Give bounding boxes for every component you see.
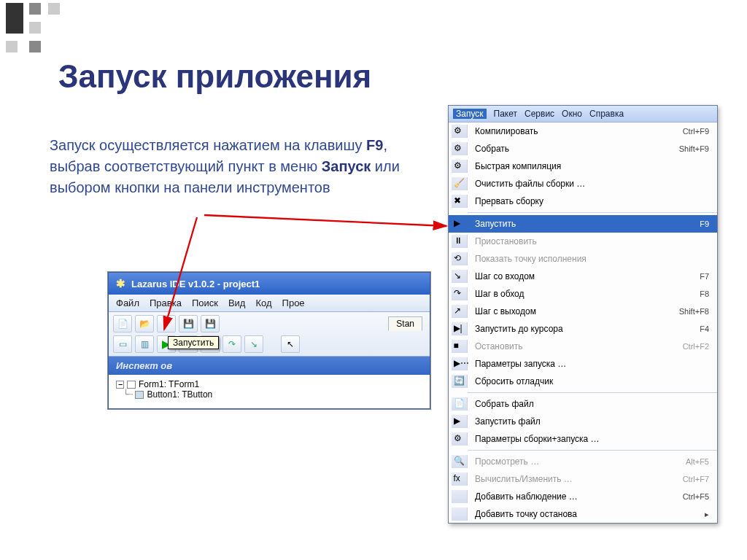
lazarus-title-text: Lazarus IDE v1.0.2 - project1 bbox=[131, 279, 260, 289]
menu-item-icon: ▶⋯ bbox=[452, 357, 468, 370]
menu-item-icon: ⟲ bbox=[452, 252, 468, 265]
menu-item-icon bbox=[452, 508, 468, 521]
menutop-запуск[interactable]: Запуск bbox=[453, 109, 487, 119]
menu-item-label: Быстрая компиляция bbox=[472, 161, 705, 171]
tb-newunit-icon[interactable]: 📄 bbox=[113, 315, 132, 332]
palette-tab-standard[interactable]: Stan bbox=[388, 316, 422, 331]
menu-item-icon: ↗ bbox=[452, 305, 468, 318]
menu-item[interactable]: Добавить точку останова▸ bbox=[449, 505, 717, 523]
menu-item-label: Прервать сборку bbox=[472, 196, 705, 206]
menu-item[interactable]: ⚙КомпилироватьCtrl+F9 bbox=[449, 122, 717, 140]
menu-item[interactable]: 🔄Сбросить отладчик bbox=[449, 373, 717, 390]
menu-item[interactable]: ▶ЗапуститьF9 bbox=[449, 215, 717, 233]
object-tree[interactable]: ‒ Form1: TForm1 └┈ Button1: TButton bbox=[109, 375, 430, 408]
menu-item-label: Шаг с выходом bbox=[472, 306, 675, 316]
run-menu-list[interactable]: ⚙КомпилироватьCtrl+F9⚙СобратьShift+F9⚙Бы… bbox=[449, 122, 717, 523]
menu-item-label: Просмотреть … bbox=[472, 456, 681, 467]
menu-item-label: Шаг со входом bbox=[472, 271, 695, 281]
menu-item-icon: 🔄 bbox=[452, 375, 468, 388]
menu-item-icon: ⚙ bbox=[452, 125, 468, 138]
menutop-справка[interactable]: Справка bbox=[589, 109, 624, 119]
menu-item-label: Запустить bbox=[472, 219, 695, 229]
menu-item-icon: ⚙ bbox=[452, 160, 468, 173]
menu-item[interactable]: ▶⋯Параметры запуска … bbox=[449, 355, 717, 373]
menu-item-label: Собрать bbox=[472, 144, 675, 154]
lazarus-titlebar[interactable]: ✱ Lazarus IDE v1.0.2 - project1 bbox=[109, 273, 430, 295]
tree-form-node[interactable]: ‒ Form1: TForm1 bbox=[116, 379, 422, 389]
menu-file[interactable]: Файл bbox=[116, 298, 139, 308]
svg-line-0 bbox=[204, 215, 446, 226]
menu-item-icon: ■ bbox=[452, 340, 468, 353]
tree-collapse-icon[interactable]: ‒ bbox=[116, 381, 124, 389]
menu-item[interactable]: 📄Собрать файл bbox=[449, 395, 717, 413]
tb-dropdown-icon[interactable]: ▾ bbox=[157, 315, 176, 332]
menu-item-icon: 🧹 bbox=[452, 177, 468, 190]
run-tooltip: Запустить bbox=[168, 336, 219, 349]
menu-item[interactable]: ✖Прервать сборку bbox=[449, 192, 717, 210]
menu-item-icon: ▶ bbox=[452, 217, 468, 230]
menu-item: ⟲Показать точку исполнения bbox=[449, 250, 717, 268]
tb-open-icon[interactable]: 📂 bbox=[135, 315, 154, 332]
tb-stepin-icon[interactable]: ↘ bbox=[244, 335, 263, 353]
tb-newform-icon[interactable]: ▭ bbox=[113, 335, 132, 353]
menu-item-label: Остановить bbox=[472, 341, 678, 351]
menu-item-label: Запустить файл bbox=[472, 416, 705, 427]
tree-button-label: Button1: TButton bbox=[147, 389, 212, 400]
lazarus-menubar[interactable]: Файл Правка Поиск Вид Код Прое bbox=[109, 295, 430, 312]
run-menu-panel: ЗапускПакетСервисОкноСправка ⚙Компилиров… bbox=[448, 105, 718, 524]
tree-button-node[interactable]: └┈ Button1: TButton bbox=[116, 389, 422, 400]
menu-item[interactable]: ▶Запустить файл bbox=[449, 413, 717, 430]
menu-edit[interactable]: Правка bbox=[150, 298, 182, 308]
menu-item[interactable]: ↘Шаг со входомF7 bbox=[449, 268, 717, 285]
menu-item-label: Запустить до курсора bbox=[472, 324, 695, 334]
tb-stepover-icon[interactable]: ↷ bbox=[222, 335, 241, 353]
menu-item-shortcut: Shift+F9 bbox=[679, 144, 711, 153]
menu-item-icon: ↘ bbox=[452, 270, 468, 283]
menu-item-icon: ⏸ bbox=[452, 235, 468, 248]
menu-item[interactable]: ↷Шаг в обходF8 bbox=[449, 285, 717, 303]
menu-item: 🔍Просмотреть …Alt+F5 bbox=[449, 453, 717, 470]
menu-item[interactable]: Добавить наблюдение …Ctrl+F5 bbox=[449, 488, 717, 505]
menu-item-shortcut: F8 bbox=[700, 289, 711, 298]
menu-item: ⏸Приостановить bbox=[449, 233, 717, 250]
menu-item-icon: 📄 bbox=[452, 397, 468, 411]
menu-code[interactable]: Код bbox=[255, 298, 271, 308]
menu-item[interactable]: ⚙СобратьShift+F9 bbox=[449, 140, 717, 158]
lazarus-toolbar: 📄 📂 ▾ 💾 💾 Stan ▭ ▥ ▶ ❚❚ ■ ↷ ↘ ↖ bbox=[109, 312, 430, 357]
run-menubar[interactable]: ЗапускПакетСервисОкноСправка bbox=[449, 106, 717, 122]
slide-title: Запуск приложения bbox=[58, 58, 371, 95]
menu-item: fxВычислить/Изменить …Ctrl+F7 bbox=[449, 470, 717, 488]
menu-item-icon: ⚙ bbox=[452, 432, 468, 446]
menutop-пакет[interactable]: Пакет bbox=[494, 109, 517, 119]
menu-separator bbox=[468, 212, 717, 213]
menu-search[interactable]: Поиск bbox=[192, 298, 218, 308]
menutop-окно[interactable]: Окно bbox=[562, 109, 582, 119]
menu-view[interactable]: Вид bbox=[228, 298, 246, 308]
body-f9: F9 bbox=[366, 137, 383, 153]
menu-item-icon: ↷ bbox=[452, 287, 468, 300]
menu-item-label: Собрать файл bbox=[472, 399, 705, 409]
menu-item-label: Приостановить bbox=[472, 236, 705, 246]
palette-cursor-icon[interactable]: ↖ bbox=[281, 335, 300, 353]
tb-save-icon[interactable]: 💾 bbox=[179, 315, 198, 332]
tb-saveall-icon[interactable]: 💾 bbox=[201, 315, 220, 332]
menu-project[interactable]: Прое bbox=[282, 298, 305, 308]
tb-toggle-icon[interactable]: ▥ bbox=[135, 335, 154, 353]
menu-item-label: Параметры сборки+запуска … bbox=[472, 434, 705, 444]
menu-item-shortcut: Ctrl+F2 bbox=[683, 342, 711, 351]
menu-item-label: Параметры запуска … bbox=[472, 359, 705, 369]
menu-item[interactable]: ⚙Быстрая компиляция bbox=[449, 158, 717, 175]
menu-item-shortcut: F9 bbox=[700, 219, 711, 228]
tree-form-label: Form1: TForm1 bbox=[139, 379, 199, 389]
menu-item: ■ОстановитьCtrl+F2 bbox=[449, 338, 717, 355]
menu-item-icon bbox=[452, 490, 468, 503]
slide-body: Запуск осуществляется нажатием на клавиш… bbox=[50, 135, 414, 198]
menu-item[interactable]: ▶|Запустить до курсораF4 bbox=[449, 320, 717, 338]
menu-item[interactable]: ⚙Параметры сборки+запуска … bbox=[449, 430, 717, 448]
menu-item-label: Добавить точку останова bbox=[472, 509, 700, 519]
menu-item-shortcut: Shift+F8 bbox=[679, 307, 711, 316]
menu-item[interactable]: 🧹Очистить файлы сборки … bbox=[449, 175, 717, 192]
menu-item-icon: ⚙ bbox=[452, 142, 468, 155]
menu-item[interactable]: ↗Шаг с выходомShift+F8 bbox=[449, 303, 717, 320]
menutop-сервис[interactable]: Сервис bbox=[525, 109, 554, 119]
